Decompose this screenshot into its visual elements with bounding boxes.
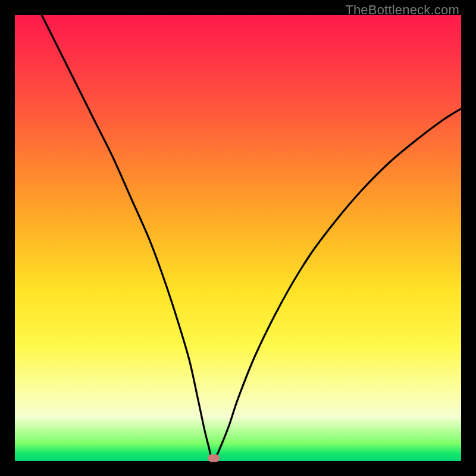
plot-area (15, 15, 461, 461)
chart-frame: TheBottleneck.com (0, 0, 476, 476)
bottleneck-curve (15, 15, 461, 461)
minimum-marker (208, 454, 220, 462)
watermark-text: TheBottleneck.com (345, 2, 459, 18)
